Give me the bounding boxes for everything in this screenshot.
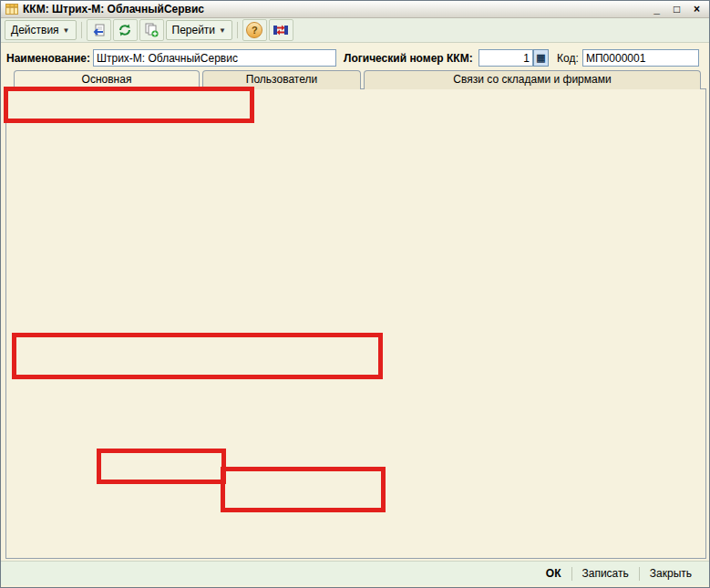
code-label: Код: [557,52,579,65]
tab-users[interactable]: Пользователи [202,70,361,89]
data-exchange-button[interactable] [269,19,293,41]
toolbar: Действия ▼ [1,18,709,43]
tab-warehouse-links[interactable]: Связи со складами и фирмами [364,70,701,89]
kkm-window: ККМ: Штрих-М: ОблачныйСервис _ □ × Дейст… [0,0,710,588]
minimize-button[interactable]: _ [649,3,664,16]
actions-menu-button[interactable]: Действия ▼ [5,20,77,40]
window-title: ККМ: Штрих-М: ОблачныйСервис [23,3,644,15]
help-icon: ? [246,22,262,38]
reread-button[interactable] [113,19,138,41]
data-exchange-icon [273,23,289,37]
toolbar-separator [237,22,238,38]
ok-button[interactable]: ОК [536,562,571,585]
copy-record-button[interactable] [139,19,164,41]
maximize-button[interactable]: □ [669,3,684,16]
close-window-button[interactable]: Закрыть [640,562,702,585]
calculator-icon: ▦ [536,52,545,64]
write-record-button[interactable] [87,19,111,41]
calculator-button[interactable]: ▦ [533,49,549,67]
toolbar-separator [81,22,82,38]
footer-bar: ОК Записать Закрыть [1,561,709,585]
tab-main[interactable]: Основная [14,70,200,90]
help-button[interactable]: ? [242,19,267,41]
copy-plus-icon [144,23,159,37]
actions-menu-label: Действия [11,24,59,36]
title-bar: ККМ: Штрих-М: ОблачныйСервис _ □ × [1,1,709,18]
write-record-icon [91,24,106,37]
save-button[interactable]: Записать [572,562,639,585]
code-input[interactable] [582,49,699,67]
goto-menu-button[interactable]: Перейти ▼ [166,20,232,40]
logical-number-label: Логический номер ККМ: [344,52,473,65]
window-table-icon [5,4,18,15]
logical-number-input[interactable] [478,49,533,67]
refresh-icon [118,23,132,37]
goto-menu-label: Перейти [172,24,216,36]
dropdown-arrow-icon: ▼ [219,26,226,35]
tab-panel [5,88,706,559]
close-button[interactable]: × [689,3,705,16]
dropdown-arrow-icon: ▼ [63,26,70,35]
name-input[interactable] [93,49,336,67]
name-label: Наименование: [6,52,90,65]
